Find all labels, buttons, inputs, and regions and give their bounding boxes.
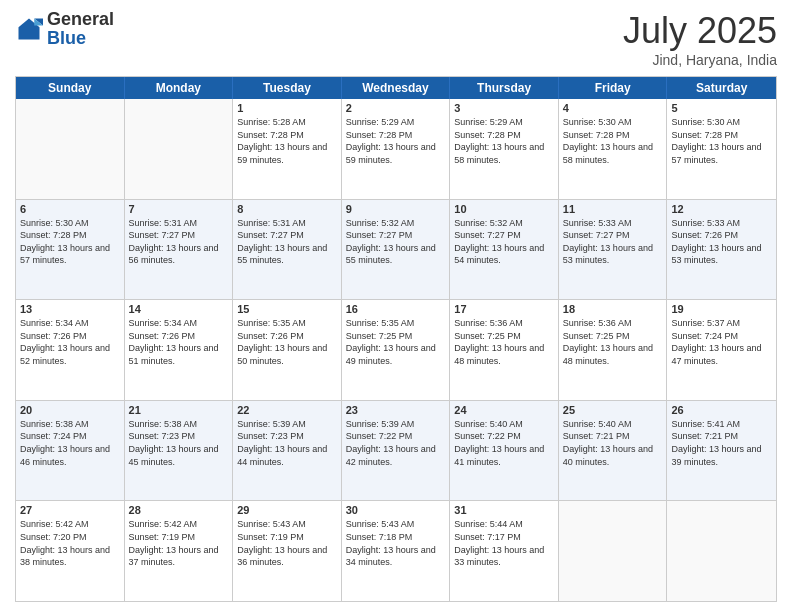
day-info: Sunrise: 5:44 AM Sunset: 7:17 PM Dayligh… [454,518,554,568]
day-info: Sunrise: 5:34 AM Sunset: 7:26 PM Dayligh… [129,317,229,367]
calendar-cell: 27Sunrise: 5:42 AM Sunset: 7:20 PM Dayli… [16,501,125,601]
day-info: Sunrise: 5:43 AM Sunset: 7:19 PM Dayligh… [237,518,337,568]
day-number: 3 [454,102,554,114]
calendar-cell: 6Sunrise: 5:30 AM Sunset: 7:28 PM Daylig… [16,200,125,300]
day-info: Sunrise: 5:28 AM Sunset: 7:28 PM Dayligh… [237,116,337,166]
day-number: 30 [346,504,446,516]
page: General Blue July 2025 Jind, Haryana, In… [0,0,792,612]
day-number: 24 [454,404,554,416]
day-number: 22 [237,404,337,416]
calendar-cell: 22Sunrise: 5:39 AM Sunset: 7:23 PM Dayli… [233,401,342,501]
weekday-header: Saturday [667,77,776,99]
calendar-cell: 16Sunrise: 5:35 AM Sunset: 7:25 PM Dayli… [342,300,451,400]
day-info: Sunrise: 5:30 AM Sunset: 7:28 PM Dayligh… [563,116,663,166]
calendar-cell: 7Sunrise: 5:31 AM Sunset: 7:27 PM Daylig… [125,200,234,300]
day-number: 8 [237,203,337,215]
logo: General Blue [15,10,114,48]
calendar-cell: 8Sunrise: 5:31 AM Sunset: 7:27 PM Daylig… [233,200,342,300]
day-info: Sunrise: 5:31 AM Sunset: 7:27 PM Dayligh… [237,217,337,267]
day-number: 23 [346,404,446,416]
calendar-cell: 15Sunrise: 5:35 AM Sunset: 7:26 PM Dayli… [233,300,342,400]
day-number: 25 [563,404,663,416]
day-number: 9 [346,203,446,215]
day-number: 6 [20,203,120,215]
day-number: 29 [237,504,337,516]
day-number: 11 [563,203,663,215]
weekday-header: Tuesday [233,77,342,99]
day-number: 19 [671,303,772,315]
calendar-row: 27Sunrise: 5:42 AM Sunset: 7:20 PM Dayli… [16,501,776,601]
calendar-row: 6Sunrise: 5:30 AM Sunset: 7:28 PM Daylig… [16,200,776,301]
weekday-header: Friday [559,77,668,99]
calendar-row: 20Sunrise: 5:38 AM Sunset: 7:24 PM Dayli… [16,401,776,502]
day-number: 17 [454,303,554,315]
calendar-cell: 31Sunrise: 5:44 AM Sunset: 7:17 PM Dayli… [450,501,559,601]
calendar-cell: 20Sunrise: 5:38 AM Sunset: 7:24 PM Dayli… [16,401,125,501]
day-number: 13 [20,303,120,315]
header: General Blue July 2025 Jind, Haryana, In… [15,10,777,68]
day-number: 18 [563,303,663,315]
day-info: Sunrise: 5:30 AM Sunset: 7:28 PM Dayligh… [671,116,772,166]
day-number: 4 [563,102,663,114]
day-number: 27 [20,504,120,516]
day-number: 31 [454,504,554,516]
location: Jind, Haryana, India [623,52,777,68]
day-info: Sunrise: 5:43 AM Sunset: 7:18 PM Dayligh… [346,518,446,568]
day-info: Sunrise: 5:42 AM Sunset: 7:20 PM Dayligh… [20,518,120,568]
logo-text: General Blue [47,10,114,48]
calendar-cell: 12Sunrise: 5:33 AM Sunset: 7:26 PM Dayli… [667,200,776,300]
day-number: 12 [671,203,772,215]
day-info: Sunrise: 5:35 AM Sunset: 7:25 PM Dayligh… [346,317,446,367]
day-number: 5 [671,102,772,114]
day-info: Sunrise: 5:33 AM Sunset: 7:27 PM Dayligh… [563,217,663,267]
title-block: July 2025 Jind, Haryana, India [623,10,777,68]
day-number: 21 [129,404,229,416]
day-info: Sunrise: 5:40 AM Sunset: 7:21 PM Dayligh… [563,418,663,468]
calendar-cell: 28Sunrise: 5:42 AM Sunset: 7:19 PM Dayli… [125,501,234,601]
calendar-cell: 30Sunrise: 5:43 AM Sunset: 7:18 PM Dayli… [342,501,451,601]
day-info: Sunrise: 5:30 AM Sunset: 7:28 PM Dayligh… [20,217,120,267]
calendar-cell: 14Sunrise: 5:34 AM Sunset: 7:26 PM Dayli… [125,300,234,400]
day-number: 15 [237,303,337,315]
month-title: July 2025 [623,10,777,52]
calendar-cell: 23Sunrise: 5:39 AM Sunset: 7:22 PM Dayli… [342,401,451,501]
weekday-header: Wednesday [342,77,451,99]
calendar-cell [559,501,668,601]
calendar-cell: 2Sunrise: 5:29 AM Sunset: 7:28 PM Daylig… [342,99,451,199]
day-number: 10 [454,203,554,215]
day-number: 2 [346,102,446,114]
calendar-cell: 25Sunrise: 5:40 AM Sunset: 7:21 PM Dayli… [559,401,668,501]
day-info: Sunrise: 5:32 AM Sunset: 7:27 PM Dayligh… [346,217,446,267]
calendar-cell: 26Sunrise: 5:41 AM Sunset: 7:21 PM Dayli… [667,401,776,501]
day-info: Sunrise: 5:29 AM Sunset: 7:28 PM Dayligh… [346,116,446,166]
calendar-body: 1Sunrise: 5:28 AM Sunset: 7:28 PM Daylig… [16,99,776,601]
day-number: 26 [671,404,772,416]
calendar-cell [667,501,776,601]
day-number: 20 [20,404,120,416]
day-info: Sunrise: 5:36 AM Sunset: 7:25 PM Dayligh… [454,317,554,367]
day-number: 1 [237,102,337,114]
weekday-header: Monday [125,77,234,99]
logo-blue: Blue [47,28,86,48]
weekday-header: Sunday [16,77,125,99]
calendar-cell: 29Sunrise: 5:43 AM Sunset: 7:19 PM Dayli… [233,501,342,601]
day-number: 16 [346,303,446,315]
calendar-cell: 19Sunrise: 5:37 AM Sunset: 7:24 PM Dayli… [667,300,776,400]
day-info: Sunrise: 5:38 AM Sunset: 7:23 PM Dayligh… [129,418,229,468]
calendar-cell: 9Sunrise: 5:32 AM Sunset: 7:27 PM Daylig… [342,200,451,300]
calendar-header: SundayMondayTuesdayWednesdayThursdayFrid… [16,77,776,99]
calendar-cell: 17Sunrise: 5:36 AM Sunset: 7:25 PM Dayli… [450,300,559,400]
day-number: 14 [129,303,229,315]
calendar-cell: 4Sunrise: 5:30 AM Sunset: 7:28 PM Daylig… [559,99,668,199]
calendar-cell: 10Sunrise: 5:32 AM Sunset: 7:27 PM Dayli… [450,200,559,300]
day-info: Sunrise: 5:35 AM Sunset: 7:26 PM Dayligh… [237,317,337,367]
day-info: Sunrise: 5:32 AM Sunset: 7:27 PM Dayligh… [454,217,554,267]
day-info: Sunrise: 5:33 AM Sunset: 7:26 PM Dayligh… [671,217,772,267]
day-info: Sunrise: 5:37 AM Sunset: 7:24 PM Dayligh… [671,317,772,367]
day-info: Sunrise: 5:29 AM Sunset: 7:28 PM Dayligh… [454,116,554,166]
calendar-cell: 3Sunrise: 5:29 AM Sunset: 7:28 PM Daylig… [450,99,559,199]
calendar-cell: 21Sunrise: 5:38 AM Sunset: 7:23 PM Dayli… [125,401,234,501]
day-number: 7 [129,203,229,215]
logo-icon [15,15,43,43]
calendar-cell [16,99,125,199]
